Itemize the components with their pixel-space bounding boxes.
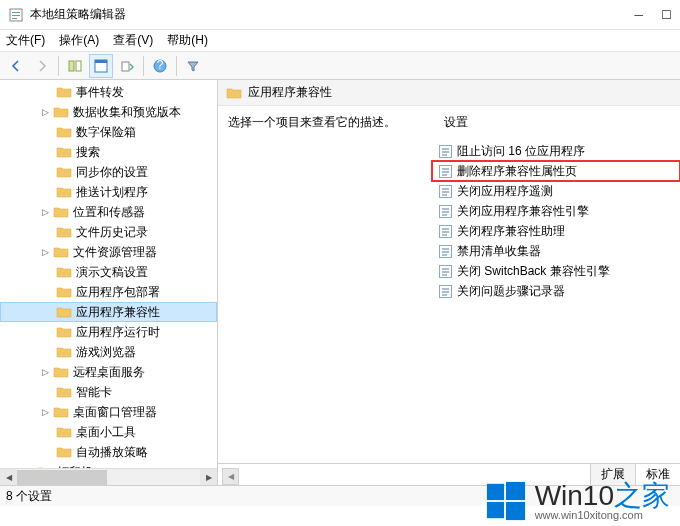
setting-item[interactable]: 关闭应用程序遥测 xyxy=(432,181,680,201)
tab-scroll-left[interactable]: ◀ xyxy=(222,468,239,485)
menu-file[interactable]: 文件(F) xyxy=(6,32,45,49)
tree-item[interactable]: 数据收集和预览版本 xyxy=(0,102,217,122)
tree-item-label: 位置和传感器 xyxy=(73,204,145,221)
tree-horizontal-scrollbar[interactable]: ◀ ▶ xyxy=(0,468,217,485)
tree-item[interactable]: 事件转发 xyxy=(0,82,217,102)
scroll-right-button[interactable]: ▶ xyxy=(200,469,217,486)
tree-item-label: 数字保险箱 xyxy=(76,124,136,141)
menu-action[interactable]: 操作(A) xyxy=(59,32,99,49)
tree-item[interactable]: 游戏浏览器 xyxy=(0,342,217,362)
export-button[interactable] xyxy=(115,54,139,78)
setting-item[interactable]: 禁用清单收集器 xyxy=(432,241,680,261)
tree-item-label: 文件历史记录 xyxy=(76,224,148,241)
tree-item[interactable]: 搜索 xyxy=(0,142,217,162)
maximize-button[interactable]: ☐ xyxy=(661,8,672,22)
scroll-thumb[interactable] xyxy=(17,470,107,485)
policy-icon xyxy=(438,244,453,259)
tree-item[interactable]: 文件资源管理器 xyxy=(0,242,217,262)
tree-item-label: 应用程序包部署 xyxy=(76,284,160,301)
tree-item[interactable]: 自动播放策略 xyxy=(0,442,217,462)
setting-item[interactable]: 关闭问题步骤记录器 xyxy=(432,281,680,301)
policy-icon xyxy=(438,144,453,159)
status-text: 8 个设置 xyxy=(6,488,52,505)
tree-item-label: 推送计划程序 xyxy=(76,184,148,201)
tab-standard[interactable]: 标准 xyxy=(635,463,680,485)
tree-item[interactable]: 应用程序运行时 xyxy=(0,322,217,342)
svg-rect-7 xyxy=(95,60,107,63)
tree-item[interactable]: 文件历史记录 xyxy=(0,222,217,242)
policy-icon xyxy=(438,284,453,299)
forward-button[interactable] xyxy=(30,54,54,78)
policy-icon xyxy=(438,184,453,199)
svg-rect-1 xyxy=(12,12,20,13)
tree-pane: 事件转发数据收集和预览版本数字保险箱搜索同步你的设置推送计划程序位置和传感器文件… xyxy=(0,80,218,485)
policy-icon xyxy=(438,204,453,219)
tree-item[interactable]: 演示文稿设置 xyxy=(0,262,217,282)
path-title: 应用程序兼容性 xyxy=(248,84,332,101)
tree-item[interactable]: 桌面小工具 xyxy=(0,422,217,442)
setting-label: 删除程序兼容性属性页 xyxy=(457,163,577,180)
policy-icon xyxy=(438,164,453,179)
scroll-left-button[interactable]: ◀ xyxy=(0,469,17,486)
description-text: 选择一个项目来查看它的描述。 xyxy=(228,114,396,131)
description-row: 选择一个项目来查看它的描述。 设置 xyxy=(218,106,680,137)
tree-item[interactable]: 应用程序包部署 xyxy=(0,282,217,302)
app-icon xyxy=(8,7,24,23)
policy-icon xyxy=(438,224,453,239)
tree[interactable]: 事件转发数据收集和预览版本数字保险箱搜索同步你的设置推送计划程序位置和传感器文件… xyxy=(0,80,217,468)
tree-item-label: 事件转发 xyxy=(76,84,124,101)
svg-rect-2 xyxy=(12,15,20,16)
svg-rect-8 xyxy=(122,62,129,71)
tree-item[interactable]: 同步你的设置 xyxy=(0,162,217,182)
setting-item[interactable]: 关闭程序兼容性助理 xyxy=(432,221,680,241)
policy-icon xyxy=(438,264,453,279)
tree-item-label: 桌面小工具 xyxy=(76,424,136,441)
folder-icon xyxy=(226,86,242,100)
menu-help[interactable]: 帮助(H) xyxy=(167,32,208,49)
tree-item-label: 应用程序运行时 xyxy=(76,324,160,341)
toolbar: ? xyxy=(0,52,680,80)
tree-item-label: 智能卡 xyxy=(76,384,112,401)
tree-item-label: 演示文稿设置 xyxy=(76,264,148,281)
svg-rect-3 xyxy=(12,18,17,19)
show-hide-tree-button[interactable] xyxy=(63,54,87,78)
tree-item[interactable]: 桌面窗口管理器 xyxy=(0,402,217,422)
tree-item-label: 数据收集和预览版本 xyxy=(73,104,181,121)
settings-header[interactable]: 设置 xyxy=(444,114,468,131)
titlebar: 本地组策略编辑器 ─ ☐ xyxy=(0,0,680,30)
tabs-row: ◀ 扩展 标准 xyxy=(218,463,680,485)
content-area: 事件转发数据收集和预览版本数字保险箱搜索同步你的设置推送计划程序位置和传感器文件… xyxy=(0,80,680,486)
svg-text:?: ? xyxy=(157,59,164,72)
tree-item[interactable]: 应用程序兼容性 xyxy=(0,302,217,322)
watermark-domain: www.win10xitong.com xyxy=(535,510,643,521)
filter-button[interactable] xyxy=(181,54,205,78)
tree-item[interactable]: 智能卡 xyxy=(0,382,217,402)
setting-label: 阻止访问 16 位应用程序 xyxy=(457,143,585,160)
statusbar: 8 个设置 xyxy=(0,486,680,506)
details-pane: 应用程序兼容性 选择一个项目来查看它的描述。 设置 阻止访问 16 位应用程序删… xyxy=(218,80,680,485)
help-button[interactable]: ? xyxy=(148,54,172,78)
scroll-track[interactable] xyxy=(17,469,200,486)
tree-item-label: 搜索 xyxy=(76,144,100,161)
settings-list[interactable]: 阻止访问 16 位应用程序删除程序兼容性属性页关闭应用程序遥测关闭应用程序兼容性… xyxy=(432,137,680,463)
svg-rect-4 xyxy=(69,61,74,71)
setting-label: 关闭程序兼容性助理 xyxy=(457,223,565,240)
tree-item[interactable]: 位置和传感器 xyxy=(0,202,217,222)
setting-item[interactable]: 阻止访问 16 位应用程序 xyxy=(432,141,680,161)
path-header: 应用程序兼容性 xyxy=(218,80,680,106)
menubar: 文件(F) 操作(A) 查看(V) 帮助(H) xyxy=(0,30,680,52)
minimize-button[interactable]: ─ xyxy=(634,8,643,22)
setting-item[interactable]: 删除程序兼容性属性页 xyxy=(432,161,680,181)
window-title: 本地组策略编辑器 xyxy=(30,6,634,23)
tree-item-label: 应用程序兼容性 xyxy=(76,304,160,321)
setting-item[interactable]: 关闭 SwitchBack 兼容性引擎 xyxy=(432,261,680,281)
properties-button[interactable] xyxy=(89,54,113,78)
tree-item[interactable]: 数字保险箱 xyxy=(0,122,217,142)
setting-item[interactable]: 关闭应用程序兼容性引擎 xyxy=(432,201,680,221)
setting-label: 关闭 SwitchBack 兼容性引擎 xyxy=(457,263,610,280)
menu-view[interactable]: 查看(V) xyxy=(113,32,153,49)
tab-extended[interactable]: 扩展 xyxy=(590,463,636,485)
back-button[interactable] xyxy=(4,54,28,78)
tree-item[interactable]: 远程桌面服务 xyxy=(0,362,217,382)
tree-item[interactable]: 推送计划程序 xyxy=(0,182,217,202)
